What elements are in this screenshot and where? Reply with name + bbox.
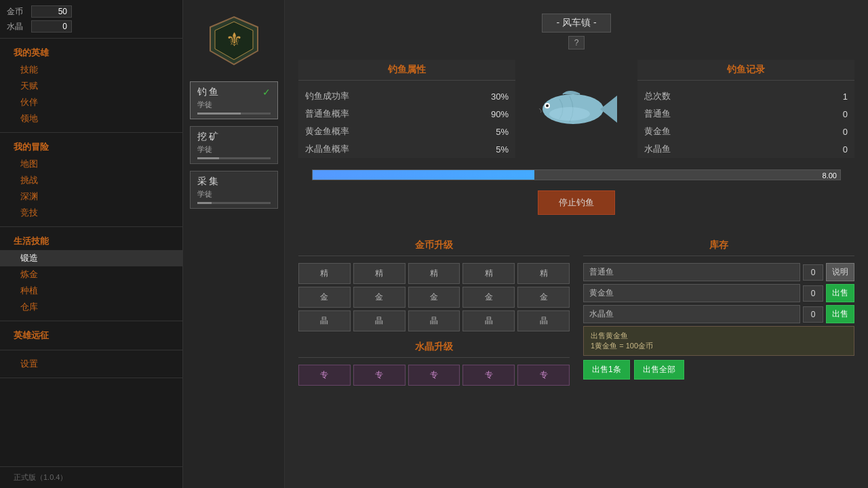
hero-nav-section: 我的英雄 技能 天赋 伙伴 领地 xyxy=(0,39,182,133)
inv-gold-fish-label: 黄金鱼 xyxy=(583,284,800,302)
attr-normal-value: 90% xyxy=(491,109,509,119)
sidebar-item-planting[interactable]: 种植 xyxy=(0,283,182,299)
sidebar-item-warehouse[interactable]: 仓库 xyxy=(0,299,182,315)
upgrade-btn-jin2[interactable]: 金 xyxy=(353,287,406,308)
attr-crystal-value: 5% xyxy=(496,144,509,155)
attr-gold-rate: 黄金鱼概率 5% xyxy=(305,123,509,140)
crystal-btn-5[interactable]: 专 xyxy=(517,365,570,386)
progress-bar: 8.00 xyxy=(312,169,841,180)
sidebar-item-territory[interactable]: 领地 xyxy=(0,110,182,127)
fishing-attrs-list: 钓鱼成功率 30% 普通鱼概率 90% 黄金鱼概率 5% 水晶鱼概率 5% xyxy=(298,87,515,158)
rec-normal: 普通鱼 0 xyxy=(637,105,854,123)
skill-gathering-level: 学徒 xyxy=(197,189,271,199)
rec-total: 总次数 1 xyxy=(637,87,854,105)
crystal-btn-2[interactable]: 专 xyxy=(353,365,406,386)
upgrade-panel: 金币升级 精 精 精 精 精 金 金 金 金 金 晶 晶 晶 晶 xyxy=(298,235,570,386)
life-section-title: 生活技能 xyxy=(0,232,182,250)
sidebar-item-settings[interactable]: 设置 xyxy=(0,356,182,372)
skill-mining-bar-fill xyxy=(197,157,219,159)
crystal-btn-4[interactable]: 专 xyxy=(462,365,515,386)
skill-gathering[interactable]: 采 集 学徒 xyxy=(190,171,278,209)
upgrade-btn-jing-c1[interactable]: 晶 xyxy=(298,310,351,331)
sidebar-item-abyss[interactable]: 深渊 xyxy=(0,188,182,205)
upgrade-btn-jin3[interactable]: 金 xyxy=(408,287,460,308)
inventory-panel: 库存 普通鱼 0 说明 黄金鱼 0 出售 水晶鱼 0 出售 xyxy=(583,235,854,386)
gold-resource: 金币 50 xyxy=(7,5,176,18)
upgrade-btn-jing-c4[interactable]: 晶 xyxy=(462,310,515,331)
rec-crystal-label: 水晶鱼 xyxy=(644,143,671,155)
skill-fishing[interactable]: 钓 鱼 ✓ 学徒 xyxy=(190,81,278,119)
sidebar-item-forge[interactable]: 锻造 xyxy=(0,250,182,266)
fish-display xyxy=(522,60,631,158)
upgrade-btn-jing-c5[interactable]: 晶 xyxy=(517,310,570,331)
upgrade-btn-jin4[interactable]: 金 xyxy=(462,287,515,308)
location-header: - 风车镇 - ? xyxy=(298,14,854,49)
progress-bar-fill xyxy=(313,170,534,180)
stop-fishing-button[interactable]: 停止钓鱼 xyxy=(538,190,615,215)
gold-upgrade-grid: 精 精 精 精 精 金 金 金 金 金 晶 晶 晶 晶 晶 xyxy=(298,263,570,331)
gold-label: 金币 xyxy=(7,6,27,18)
sell-action-row: 出售1条 出售全部 xyxy=(583,360,854,380)
gold-upgrade-title: 金币升级 xyxy=(298,235,570,256)
expedition-section-title: 英雄远征 xyxy=(0,327,182,344)
resource-bar: 金币 50 水晶 0 xyxy=(0,0,182,39)
fishing-attrs-panel: 钓鱼属性 钓鱼成功率 30% 普通鱼概率 90% 黄金鱼概率 5% xyxy=(298,60,515,158)
upgrade-btn-jing-c2[interactable]: 晶 xyxy=(353,310,406,331)
inv-normal-fish-value: 0 xyxy=(803,264,823,281)
sell-info-rate: 1黄金鱼 = 100金币 xyxy=(591,341,847,351)
sidebar-item-challenge[interactable]: 挑战 xyxy=(0,172,182,188)
skill-fishing-bar xyxy=(197,113,271,115)
inv-normal-fish-row: 普通鱼 0 说明 xyxy=(583,263,854,281)
sidebar-item-partners[interactable]: 伙伴 xyxy=(0,94,182,110)
upgrade-btn-jing4[interactable]: 精 xyxy=(462,263,515,284)
fish-icon xyxy=(532,85,620,133)
crystal-upgrade-grid: 专 专 专 专 专 xyxy=(298,365,570,386)
skill-fishing-check: ✓ xyxy=(262,87,271,98)
upgrade-btn-jing1[interactable]: 精 xyxy=(298,263,351,284)
rec-gold-value: 0 xyxy=(843,127,848,137)
sell-info-title: 出售黄金鱼 xyxy=(591,331,847,341)
crystal-resource: 水晶 0 xyxy=(7,20,176,33)
sell-all-button[interactable]: 出售全部 xyxy=(634,360,684,380)
svg-text:⚜: ⚜ xyxy=(225,29,242,50)
upgrade-btn-jing3[interactable]: 精 xyxy=(408,263,460,284)
rec-normal-value: 0 xyxy=(843,109,848,119)
sidebar-item-alchemy[interactable]: 炼金 xyxy=(0,266,182,283)
skill-fishing-level: 学徒 xyxy=(197,100,271,110)
crystal-btn-3[interactable]: 专 xyxy=(408,365,460,386)
expedition-nav-section: 英雄远征 xyxy=(0,321,182,350)
crystal-value: 0 xyxy=(31,20,72,33)
help-button[interactable]: ? xyxy=(568,36,585,49)
attr-success-rate: 钓鱼成功率 30% xyxy=(305,87,509,105)
inv-gold-fish-sell-btn[interactable]: 出售 xyxy=(826,284,854,302)
inv-gold-fish-value: 0 xyxy=(803,285,823,302)
adventure-nav-section: 我的冒险 地图 挑战 深渊 竞技 xyxy=(0,133,182,227)
inv-crystal-fish-sell-btn[interactable]: 出售 xyxy=(826,305,854,323)
upgrade-btn-jing-c3[interactable]: 晶 xyxy=(408,310,460,331)
skill-mining[interactable]: 挖 矿 学徒 xyxy=(190,126,278,164)
settings-nav-section: 设置 xyxy=(0,350,182,378)
upgrade-btn-jing2[interactable]: 精 xyxy=(353,263,406,284)
sidebar-item-skills[interactable]: 技能 xyxy=(0,62,182,78)
fishing-records-list: 总次数 1 普通鱼 0 黄金鱼 0 水晶鱼 0 xyxy=(637,87,854,158)
attr-gold-label: 黄金鱼概率 xyxy=(305,125,349,138)
upgrade-btn-jin5[interactable]: 金 xyxy=(517,287,570,308)
sidebar-item-talents[interactable]: 天赋 xyxy=(0,78,182,94)
hero-emblem-icon: ⚜ xyxy=(207,14,261,68)
hero-section-title: 我的英雄 xyxy=(0,44,182,62)
svg-point-7 xyxy=(549,107,590,121)
rec-gold-label: 黄金鱼 xyxy=(644,125,671,138)
version-label: 正式版（1.0.4） xyxy=(0,466,182,488)
attr-success-value: 30% xyxy=(491,92,509,102)
sidebar-item-map[interactable]: 地图 xyxy=(0,156,182,172)
progress-value: 8.00 xyxy=(823,170,837,181)
sell-one-button[interactable]: 出售1条 xyxy=(583,360,630,380)
rec-crystal: 水晶鱼 0 xyxy=(637,140,854,158)
skill-mining-bar xyxy=(197,157,271,159)
crystal-btn-1[interactable]: 专 xyxy=(298,365,351,386)
sidebar-item-arena[interactable]: 竞技 xyxy=(0,205,182,221)
upgrade-btn-jin1[interactable]: 金 xyxy=(298,287,351,308)
skill-fishing-bar-fill xyxy=(197,113,241,115)
inv-normal-fish-explain-btn[interactable]: 说明 xyxy=(826,263,854,281)
upgrade-btn-jing5[interactable]: 精 xyxy=(517,263,570,284)
